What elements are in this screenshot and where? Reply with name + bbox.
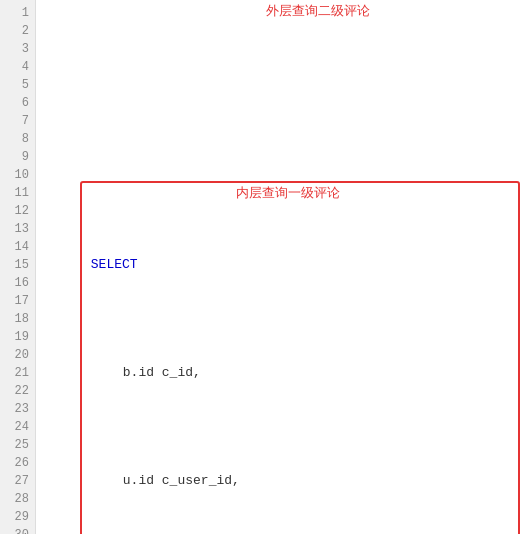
ln-12: 12 [6,202,29,220]
ln-20: 20 [6,346,29,364]
ln-26: 26 [6,454,29,472]
ln-18: 18 [6,310,29,328]
ln-5: 5 [6,76,29,94]
ln-9: 9 [6,148,29,166]
ln-1: 1 [6,4,29,22]
ln-8: 8 [6,130,29,148]
ln-28: 28 [6,490,29,508]
ln-3: 3 [6,40,29,58]
ln-11: 11 [6,184,29,202]
line-numbers: 1 2 3 4 5 6 7 8 9 10 11 12 13 14 15 16 1… [0,0,36,534]
ln-17: 17 [6,292,29,310]
code-area: 外层查询二级评论 内层查询一级评论 SELECT b.id c_id, u.id… [36,0,531,534]
code-editor: 1 2 3 4 5 6 7 8 9 10 11 12 13 14 15 16 1… [0,0,531,534]
ln-6: 6 [6,94,29,112]
ln-16: 16 [6,274,29,292]
ln-27: 27 [6,472,29,490]
ln-13: 13 [6,220,29,238]
ln-10: 10 [6,166,29,184]
code-line-2: b.id c_id, [44,346,523,400]
keyword-select-1: SELECT [91,257,138,272]
inner-annotation: 内层查询一级评论 [236,184,340,202]
ln-19: 19 [6,328,29,346]
ln-30: 30 [6,526,29,534]
code-line-1: SELECT [44,238,523,292]
ln-22: 22 [6,382,29,400]
ln-14: 14 [6,238,29,256]
ln-23: 23 [6,400,29,418]
ln-15: 15 [6,256,29,274]
ln-29: 29 [6,508,29,526]
outer-annotation: 外层查询二级评论 [266,2,370,20]
code-line-3: u.id c_user_id, [44,454,523,508]
ln-21: 21 [6,364,29,382]
ln-24: 24 [6,418,29,436]
ln-2: 2 [6,22,29,40]
ln-4: 4 [6,58,29,76]
ln-25: 25 [6,436,29,454]
ln-7: 7 [6,112,29,130]
